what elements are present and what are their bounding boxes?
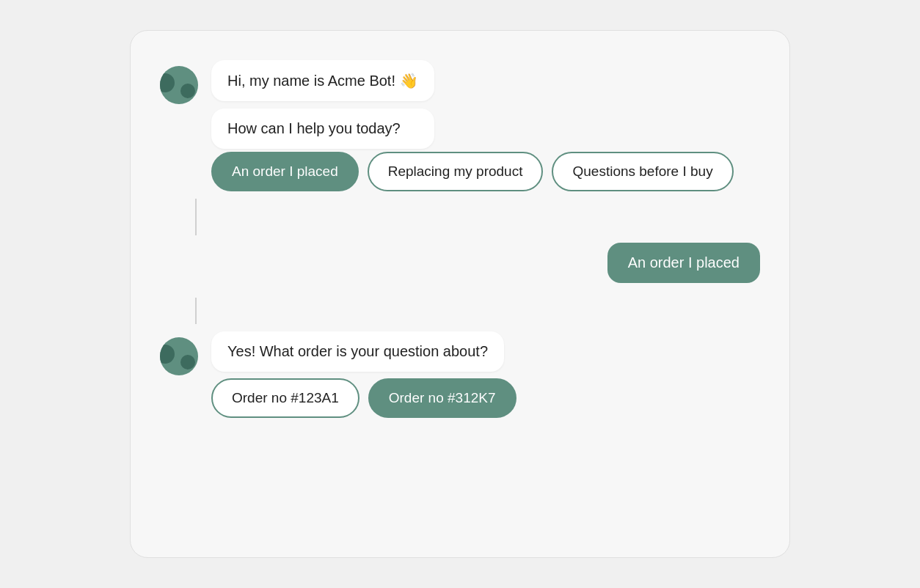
- user-message-1: An order I placed: [607, 243, 760, 283]
- chat-container: Hi, my name is Acme Bot! 👋 How can I hel…: [130, 30, 790, 558]
- bot-avatar-2: [160, 337, 198, 375]
- option-replacing-product[interactable]: Replacing my product: [368, 152, 544, 191]
- bot-messages-1: Hi, my name is Acme Bot! 👋 How can I hel…: [211, 60, 434, 149]
- user-section-1: An order I placed: [160, 243, 760, 283]
- bot-response-1: Yes! What order is your question about?: [211, 331, 504, 372]
- bot-messages-2: Yes! What order is your question about?: [211, 331, 504, 372]
- option-order-123a1[interactable]: Order no #123A1: [211, 378, 359, 418]
- options-row-2: Order no #123A1 Order no #312K7: [211, 378, 760, 418]
- option-order-312k7[interactable]: Order no #312K7: [368, 378, 516, 418]
- bot-greeting-2: How can I help you today?: [211, 109, 434, 149]
- options-row-1: An order I placed Replacing my product Q…: [211, 152, 760, 191]
- option-order-placed[interactable]: An order I placed: [211, 152, 359, 191]
- bot-section-1: Hi, my name is Acme Bot! 👋 How can I hel…: [160, 60, 760, 149]
- bot-avatar-1: [160, 66, 198, 104]
- option-questions-before-buy[interactable]: Questions before I buy: [552, 152, 733, 191]
- bot-greeting-1: Hi, my name is Acme Bot! 👋: [211, 60, 434, 101]
- bot-section-2: Yes! What order is your question about?: [160, 331, 760, 375]
